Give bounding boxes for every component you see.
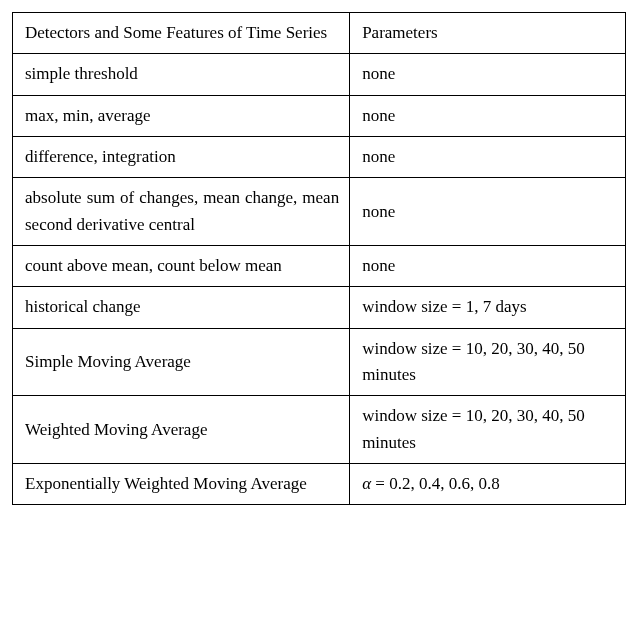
cell-parameters: none [350,137,626,178]
header-cell-detectors: Detectors and Some Features of Time Seri… [13,13,350,54]
table-row: Detectors and Some Features of Time Seri… [13,13,626,54]
cell-parameters: window size = 10, 20, 30, 40, 50 minutes [350,396,626,464]
cell-detector: max, min, average [13,95,350,136]
table-row: count above mean, count below mean none [13,246,626,287]
cell-parameters: α = 0.2, 0.4, 0.6, 0.8 [350,464,626,505]
table-row: Simple Moving Average window size = 10, … [13,328,626,396]
table-row: Weighted Moving Average window size = 10… [13,396,626,464]
table-row: difference, integration none [13,137,626,178]
cell-parameters: none [350,54,626,95]
cell-detector: Simple Moving Average [13,328,350,396]
table-row: max, min, average none [13,95,626,136]
cell-parameters: none [350,246,626,287]
cell-parameters: window size = 1, 7 days [350,287,626,328]
cell-detector: historical change [13,287,350,328]
header-cell-parameters: Parameters [350,13,626,54]
table-row: absolute sum of changes, mean change, me… [13,178,626,246]
table-row: historical change window size = 1, 7 day… [13,287,626,328]
cell-parameters: none [350,178,626,246]
cell-parameters: window size = 10, 20, 30, 40, 50 minutes [350,328,626,396]
cell-detector: difference, integration [13,137,350,178]
table-row: Exponentially Weighted Moving Average α … [13,464,626,505]
cell-detector: Weighted Moving Average [13,396,350,464]
cell-detector: absolute sum of changes, mean change, me… [13,178,350,246]
alpha-values: = 0.2, 0.4, 0.6, 0.8 [375,474,499,493]
cell-detector: simple threshold [13,54,350,95]
table-row: simple threshold none [13,54,626,95]
cell-detector: count above mean, count below mean [13,246,350,287]
cell-detector: Exponentially Weighted Moving Average [13,464,350,505]
feature-detectors-table: Detectors and Some Features of Time Seri… [12,12,626,505]
cell-parameters: none [350,95,626,136]
